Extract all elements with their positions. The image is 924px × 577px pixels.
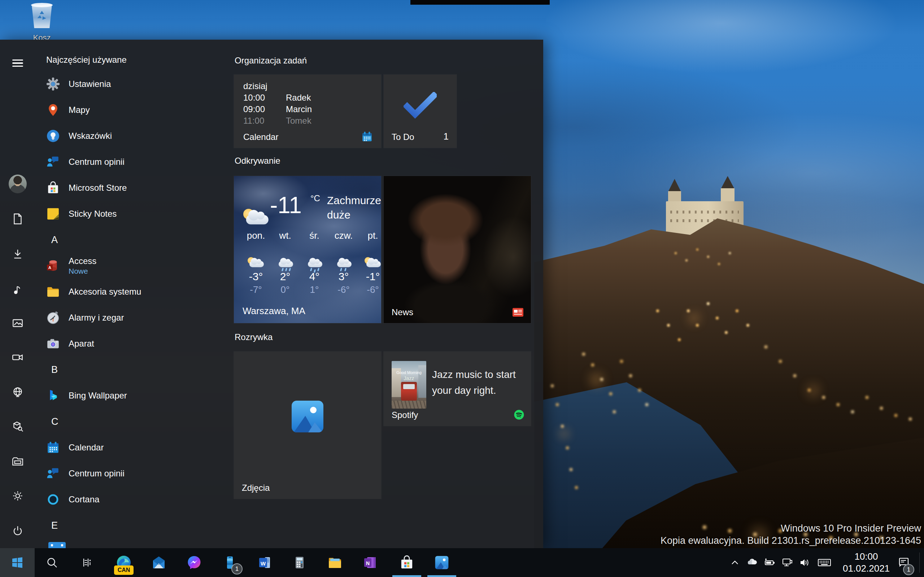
app-item-wskazowki[interactable]: Wskazówki: [46, 123, 227, 149]
store-bag-icon: [46, 181, 60, 195]
news-photo-portrait: [384, 176, 531, 323]
tray-network-button[interactable]: [779, 548, 795, 577]
rail-explorer-button[interactable]: [9, 453, 27, 471]
news-tile[interactable]: News: [384, 176, 531, 323]
video-icon: [11, 351, 24, 364]
feedback-icon: [46, 155, 60, 169]
clock-time: 10:00: [855, 551, 878, 562]
app-label: Akcesoria systemu: [69, 287, 141, 297]
app-label: Ustawienia: [69, 79, 111, 89]
app-item-access[interactable]: A Access Nowe: [46, 253, 227, 279]
taskbar-edge-button[interactable]: CAN: [107, 548, 141, 577]
taskbar-calculator-button[interactable]: [282, 548, 317, 577]
rail-music-button[interactable]: [9, 280, 27, 298]
app-item-centrum-opinii[interactable]: Centrum opinii: [46, 149, 227, 175]
spotify-tile[interactable]: Good Morning Jazz Jazz music to start yo…: [384, 351, 531, 426]
music-icon: [11, 283, 24, 296]
chevron-up-icon: [729, 557, 740, 568]
app-label: Cortana: [69, 495, 99, 504]
rail-downloads-button[interactable]: [9, 245, 27, 263]
start-menu: Najczęściej używane Ustawienia Mapy Wska…: [0, 40, 543, 548]
rail-videos-button[interactable]: [9, 348, 27, 366]
taskbar-messenger-button[interactable]: [177, 548, 212, 577]
app-item-cortana[interactable]: Cortana: [46, 487, 227, 513]
app-item-partial-icon[interactable]: [48, 542, 66, 548]
rail-mixed-reality-button[interactable]: [9, 417, 27, 435]
letter-header-b[interactable]: B: [51, 357, 58, 383]
spotify-icon: [514, 409, 525, 420]
letter-header-c[interactable]: C: [51, 409, 58, 435]
app-label: Microsoft Store: [69, 183, 127, 193]
forecast-col: śr.: [300, 230, 329, 270]
photos-tile[interactable]: Zdjęcia: [234, 351, 381, 499]
app-label: Mapy: [69, 105, 90, 115]
app-item-sticky-notes[interactable]: Sticky Notes: [46, 201, 227, 227]
tray-keyboard-button[interactable]: [814, 548, 835, 577]
letter-header-e[interactable]: E: [51, 513, 58, 538]
weather-tile[interactable]: -11 °C Zachmurzenie duże pon. wt. śr. cz…: [234, 176, 381, 323]
app-item-ustawienia[interactable]: Ustawienia: [46, 71, 227, 97]
app-item-calendar[interactable]: Calendar: [46, 435, 227, 461]
castle-spire: [668, 179, 681, 192]
calendar-tile[interactable]: dzisiaj 10:00Radek 09:00Marcin 11:00Tome…: [234, 75, 381, 148]
taskbar-explorer-button[interactable]: [318, 548, 352, 577]
tray-volume-button[interactable]: [796, 548, 813, 577]
rail-power-button[interactable]: [9, 522, 27, 540]
tray-chevron-button[interactable]: [728, 548, 742, 577]
app-item-bing-wallpaper[interactable]: Bing Wallpaper: [46, 383, 227, 409]
maps-pin-icon: [46, 103, 60, 117]
camera-icon: [46, 337, 60, 351]
spotify-album-art: Good Morning Jazz: [392, 361, 426, 409]
show-desktop-divider[interactable]: [919, 553, 920, 573]
menu-hamburger-button[interactable]: [9, 54, 27, 72]
taskbar-search-button[interactable]: [35, 548, 69, 577]
todo-tile[interactable]: To Do 1: [384, 75, 457, 148]
photos-app-icon: [290, 399, 325, 434]
tray-onedrive-button[interactable]: [744, 548, 760, 577]
taskbar-clock[interactable]: 10:00 01.02.2021: [837, 548, 895, 577]
settings-gear-icon: [46, 77, 60, 91]
tray-battery-button[interactable]: [762, 548, 777, 577]
user-avatar[interactable]: [9, 175, 27, 193]
rail-settings-button[interactable]: [9, 487, 27, 505]
forecast-col: pt.: [358, 230, 381, 270]
album-subtitle: Jazz: [392, 376, 426, 381]
rail-pictures-button[interactable]: [9, 314, 27, 332]
forecast-high: 2°: [270, 271, 300, 283]
app-item-akcesoria-systemu[interactable]: Akcesoria systemu: [46, 279, 227, 305]
app-item-mapy[interactable]: Mapy: [46, 97, 227, 123]
app-item-aparat[interactable]: Aparat: [46, 331, 227, 357]
taskbar-word-button[interactable]: W: [247, 548, 282, 577]
taskbar-photos-button[interactable]: [425, 548, 459, 577]
svg-text:A: A: [48, 265, 52, 270]
forecast-low: -6°: [329, 284, 359, 295]
keyboard-icon: [817, 555, 832, 570]
letter-header-a[interactable]: A: [51, 227, 58, 253]
taskbar-onenote-button[interactable]: N: [353, 548, 387, 577]
taskbar-store-button[interactable]: [389, 548, 424, 577]
app-item-alarmy-i-zegar[interactable]: Alarmy i zegar: [46, 305, 227, 331]
photos-icon: [435, 555, 449, 570]
gear-icon: [11, 489, 24, 502]
recycle-bin[interactable]: Kosz: [28, 3, 56, 40]
action-center-button[interactable]: 1: [894, 548, 913, 577]
app-item-microsoft-store[interactable]: Microsoft Store: [46, 175, 227, 201]
weather-temp: -11: [270, 192, 302, 219]
app-label: Wskazówki: [69, 131, 112, 141]
start-button[interactable]: [0, 548, 35, 577]
clock-date: 01.02.2021: [843, 562, 890, 574]
insider-watermark: Windows 10 Pro Insider Preview Kopia ewa…: [661, 522, 921, 547]
rail-network-button[interactable]: [9, 384, 27, 401]
folder-icon: [11, 455, 24, 468]
photos-tile-label: Zdjęcia: [242, 483, 270, 493]
document-icon: [11, 213, 24, 226]
task-view-button[interactable]: [69, 548, 104, 577]
taskbar-your-phone-button[interactable]: 1: [213, 548, 247, 577]
app-item-centrum-opinii-2[interactable]: Centrum opinii: [46, 461, 227, 487]
app-label: Alarmy i zegar: [69, 313, 124, 323]
weather-current-icon: [243, 210, 269, 229]
taskbar-mail-button[interactable]: [142, 548, 176, 577]
forecast-high: -3°: [241, 271, 271, 283]
rail-documents-button[interactable]: [9, 210, 27, 228]
calendar-tile-label: Calendar: [243, 132, 278, 142]
